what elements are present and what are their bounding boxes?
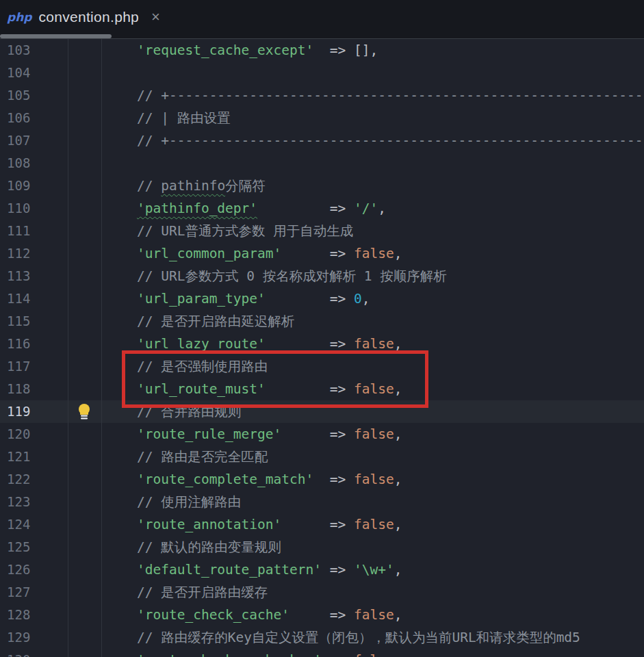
line-number[interactable]: 114 bbox=[0, 287, 68, 310]
tab-bar: php convention.php × bbox=[0, 0, 644, 39]
code-line[interactable]: 126 'default_route_pattern' => '\w+', bbox=[0, 558, 644, 581]
line-number[interactable]: 122 bbox=[0, 468, 68, 491]
code-line[interactable]: 114 'url_param_type' => 0, bbox=[0, 287, 644, 310]
code-line[interactable]: 124 'route_annotation' => false, bbox=[0, 513, 644, 536]
code-line[interactable]: 108 bbox=[0, 152, 644, 175]
token-w bbox=[105, 494, 137, 510]
token-w bbox=[105, 246, 137, 261]
glyph-margin bbox=[68, 446, 101, 468]
code-line[interactable]: 119 // 合并路由规则 bbox=[0, 400, 644, 423]
token-w bbox=[105, 472, 137, 487]
line-number[interactable]: 106 bbox=[0, 107, 68, 129]
code-text bbox=[101, 62, 644, 84]
code-line[interactable]: 129 // 路由缓存的Key自定义设置（闭包），默认为当前URL和请求类型的m… bbox=[0, 626, 644, 649]
glyph-margin bbox=[68, 378, 101, 400]
token-w bbox=[105, 178, 137, 194]
code-lines-container: 103 'request_cache_except' => [],104105 … bbox=[0, 39, 644, 657]
code-line[interactable]: 127 // 是否开启路由缓存 bbox=[0, 581, 644, 604]
code-line[interactable]: 122 'route_complete_match' => false, bbox=[0, 468, 644, 491]
token-w bbox=[105, 313, 137, 329]
token-p: , bbox=[394, 562, 402, 578]
line-number[interactable]: 107 bbox=[0, 129, 68, 152]
code-line[interactable]: 103 'request_cache_except' => [], bbox=[0, 39, 644, 62]
token-cm: // +------------------------------------… bbox=[137, 88, 644, 103]
token-cm: // +------------------------------------… bbox=[137, 133, 644, 149]
line-number[interactable]: 115 bbox=[0, 310, 68, 333]
glyph-margin bbox=[68, 649, 101, 657]
line-number[interactable]: 121 bbox=[0, 446, 68, 468]
line-number[interactable]: 113 bbox=[0, 265, 68, 287]
token-kw: false bbox=[354, 336, 394, 352]
gutter-separator bbox=[68, 39, 68, 657]
token-cm: // 路由是否完全匹配 bbox=[137, 449, 268, 465]
token-cm: 分隔符 bbox=[225, 178, 266, 194]
token-p: => bbox=[322, 562, 354, 578]
token-p: , bbox=[394, 426, 402, 442]
line-number[interactable]: 120 bbox=[0, 423, 68, 446]
token-s: 'route_complete_match' bbox=[137, 472, 313, 487]
code-line[interactable]: 104 bbox=[0, 62, 644, 84]
token-p: , bbox=[378, 201, 386, 216]
token-p: , bbox=[394, 607, 402, 623]
code-line[interactable]: 110 'pathinfo_depr' => '/', bbox=[0, 197, 644, 220]
line-number[interactable]: 124 bbox=[0, 513, 68, 536]
code-line[interactable]: 113 // URL参数方式 0 按名称成对解析 1 按顺序解析 bbox=[0, 265, 644, 287]
code-line[interactable]: 120 'route_rule_merge' => false, bbox=[0, 423, 644, 446]
line-number[interactable]: 119 bbox=[0, 400, 68, 423]
code-editor[interactable]: 103 'request_cache_except' => [],104105 … bbox=[0, 39, 644, 657]
line-number[interactable]: 126 bbox=[0, 558, 68, 581]
line-number[interactable]: 111 bbox=[0, 220, 68, 242]
code-line[interactable]: 128 'route_check_cache' => false, bbox=[0, 604, 644, 626]
code-line[interactable]: 123 // 使用注解路由 bbox=[0, 491, 644, 513]
token-w bbox=[105, 133, 137, 149]
token-p: => bbox=[266, 381, 354, 397]
code-line[interactable]: 106 // | 路由设置 bbox=[0, 107, 644, 129]
line-number[interactable]: 128 bbox=[0, 604, 68, 626]
code-text bbox=[101, 152, 644, 175]
line-number[interactable]: 127 bbox=[0, 581, 68, 604]
code-line[interactable]: 117 // 是否强制使用路由 bbox=[0, 355, 644, 378]
token-cm: // 是否开启路由缓存 bbox=[137, 584, 268, 600]
tab-close-icon[interactable]: × bbox=[151, 10, 160, 25]
code-line[interactable]: 118 'url_route_must' => false, bbox=[0, 378, 644, 400]
line-number[interactable]: 110 bbox=[0, 197, 68, 220]
token-kw: false bbox=[354, 652, 394, 657]
code-line[interactable]: 112 'url_common_param' => false, bbox=[0, 242, 644, 265]
line-number[interactable]: 103 bbox=[0, 39, 68, 62]
line-number[interactable]: 109 bbox=[0, 175, 68, 197]
code-line[interactable]: 125 // 默认的路由变量规则 bbox=[0, 536, 644, 558]
token-p: , bbox=[394, 472, 402, 487]
code-line[interactable]: 115 // 是否开启路由延迟解析 bbox=[0, 310, 644, 333]
lightbulb-icon[interactable] bbox=[77, 403, 91, 424]
glyph-margin bbox=[68, 197, 101, 220]
line-number[interactable]: 125 bbox=[0, 536, 68, 558]
line-number[interactable]: 123 bbox=[0, 491, 68, 513]
line-number[interactable]: 129 bbox=[0, 626, 68, 649]
code-line[interactable]: 105 // +--------------------------------… bbox=[0, 84, 644, 107]
line-number[interactable]: 112 bbox=[0, 242, 68, 265]
token-kw: false bbox=[354, 246, 394, 261]
code-line[interactable]: 111 // URL普通方式参数 用于自动生成 bbox=[0, 220, 644, 242]
line-number[interactable]: 104 bbox=[0, 62, 68, 84]
line-number[interactable]: 116 bbox=[0, 333, 68, 355]
line-number[interactable]: 105 bbox=[0, 84, 68, 107]
line-number[interactable]: 117 bbox=[0, 355, 68, 378]
code-line[interactable]: 107 // +--------------------------------… bbox=[0, 129, 644, 152]
code-line[interactable]: 130 'route_check_cache_key' => false, bbox=[0, 649, 644, 657]
code-line[interactable]: 116 'url_lazy_route' => false, bbox=[0, 333, 644, 355]
token-w bbox=[105, 291, 137, 307]
token-w bbox=[105, 201, 137, 216]
code-text: 'pathinfo_depr' => '/', bbox=[101, 197, 644, 220]
glyph-margin bbox=[68, 468, 101, 491]
line-number[interactable]: 108 bbox=[0, 152, 68, 175]
token-cm: // | 路由设置 bbox=[137, 110, 231, 126]
code-text: 'route_rule_merge' => false, bbox=[101, 423, 644, 446]
code-line[interactable]: 121 // 路由是否完全匹配 bbox=[0, 446, 644, 468]
line-number[interactable]: 118 bbox=[0, 378, 68, 400]
token-kw: false bbox=[354, 517, 394, 532]
token-p: => bbox=[322, 652, 354, 657]
line-number[interactable]: 130 bbox=[0, 649, 68, 657]
code-line[interactable]: 109 // pathinfo分隔符 bbox=[0, 175, 644, 197]
token-p: => bbox=[289, 607, 354, 623]
tab-convention-php[interactable]: php convention.php × bbox=[0, 0, 171, 34]
